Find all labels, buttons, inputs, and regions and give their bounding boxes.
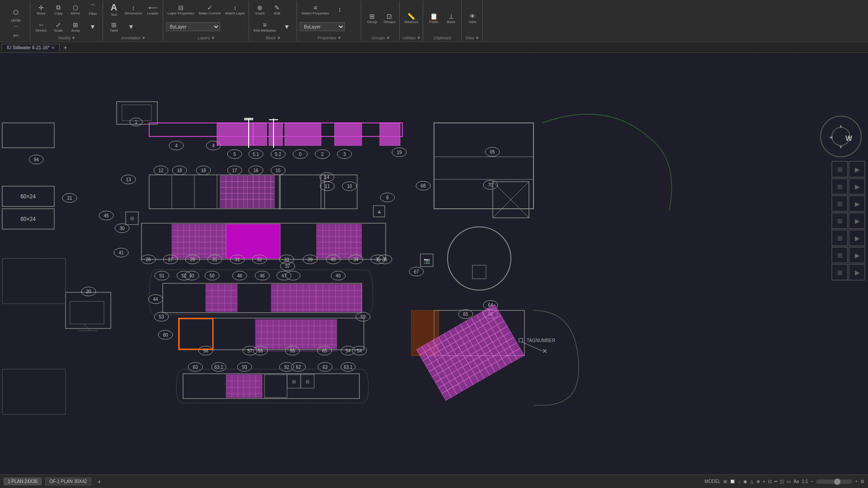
otrack-toggle[interactable]: ⊕ <box>756 479 760 484</box>
scale-button[interactable]: ⤢Scale <box>50 20 66 33</box>
osnap-toggle[interactable]: △ <box>750 479 754 484</box>
stretch-button[interactable]: ↔Stretch <box>33 20 49 33</box>
sel-toggle[interactable]: ▭ <box>787 479 791 484</box>
groups-row1: ⊞Group ⊡Groups <box>364 1 397 35</box>
svg-text:59: 59 <box>360 314 366 319</box>
svg-text:54: 54 <box>357 348 362 353</box>
color-select[interactable]: ByLayer <box>300 22 345 31</box>
table-button[interactable]: ⊞Table <box>106 20 122 33</box>
view-button[interactable]: 👁View <box>464 12 481 25</box>
anno-toggle[interactable]: Aa <box>793 479 799 484</box>
arc-button[interactable]: ⌒ Arc <box>8 24 24 38</box>
grid-toggle[interactable]: ⊞ <box>723 479 727 484</box>
svg-text:31: 31 <box>212 257 217 262</box>
dimension-button[interactable]: ↕Dimension <box>123 3 144 16</box>
svg-text:🖷: 🖷 <box>377 210 381 214</box>
svg-text:52: 52 <box>181 273 187 278</box>
svg-text:63: 63 <box>193 365 198 370</box>
svg-text:35: 35 <box>375 257 381 262</box>
svg-text:▶: ▶ <box>855 217 860 225</box>
svg-rect-6 <box>285 123 321 145</box>
base-button[interactable]: ⊥Base <box>443 12 459 25</box>
properties-button[interactable]: ≡Match Properties <box>300 3 330 16</box>
tpt-toggle[interactable]: ◫ <box>780 479 784 484</box>
svg-text:27: 27 <box>168 257 173 262</box>
status-tab-plan2[interactable]: OF-1 PLAN 30X42 <box>45 478 91 485</box>
svg-text:41: 41 <box>118 250 124 255</box>
move-button[interactable]: ✛Move <box>33 3 49 16</box>
file-tab-close[interactable]: ✕ <box>51 45 55 50</box>
svg-text:63: 63 <box>322 365 328 370</box>
leader-button[interactable]: ⟵Leader <box>145 3 161 16</box>
group-button[interactable]: ⊞Group <box>364 12 380 25</box>
svg-text:21: 21 <box>67 196 72 201</box>
block-more-button[interactable]: ▼ <box>278 22 295 31</box>
snap-toggle[interactable]: 🔲 <box>730 479 735 484</box>
polar-toggle[interactable]: ◉ <box>743 479 747 484</box>
fillet-button[interactable]: ⌒Fillet <box>85 3 101 17</box>
insert-button[interactable]: ⊕Insert <box>252 3 268 16</box>
match-props-button[interactable]: ↕ <box>332 5 348 14</box>
zoom-out[interactable]: − <box>811 479 813 484</box>
svg-text:55: 55 <box>290 348 295 353</box>
svg-rect-113 <box>339 224 362 258</box>
svg-text:0: 0 <box>299 152 302 157</box>
circle-button[interactable]: ○ circle <box>5 4 27 24</box>
tab-add-button[interactable]: + <box>61 43 70 52</box>
zoom-slider[interactable] <box>816 479 852 484</box>
svg-text:32: 32 <box>257 257 262 262</box>
svg-text:17: 17 <box>232 168 237 173</box>
edit-attributes-button[interactable]: ≡Edit Attributes <box>252 20 278 33</box>
svg-rect-180 <box>206 284 237 312</box>
drawing-canvas: [name] Office <box>0 42 868 474</box>
dyn-toggle[interactable]: ⊡ <box>768 479 772 484</box>
svg-text:43: 43 <box>189 273 194 278</box>
svg-text:10: 10 <box>347 184 352 189</box>
status-tab-plan1[interactable]: 1 PLAN 24X36 <box>4 478 42 485</box>
match-layer-button[interactable]: ↕Match Layer <box>223 3 247 16</box>
svg-text:18: 18 <box>201 168 206 173</box>
status-tab-add[interactable]: + <box>95 477 104 486</box>
properties-row2: ByLayer <box>300 18 359 35</box>
layer-properties-button[interactable]: ⊟Layer Properties <box>166 3 196 16</box>
groups-button[interactable]: ⊡Groups <box>381 12 397 25</box>
svg-text:▶: ▶ <box>855 235 860 242</box>
text-button[interactable]: AText <box>106 1 122 18</box>
layer-select[interactable]: ByLayer <box>166 22 220 31</box>
svg-text:11: 11 <box>325 184 330 189</box>
mirror-button[interactable]: ⬡Mirror <box>67 3 84 16</box>
svg-rect-7 <box>335 123 362 145</box>
circle-icon: ○ <box>13 5 19 18</box>
clipboard-section-label: Clipboard <box>426 35 459 41</box>
lw-toggle[interactable]: ━ <box>774 479 777 484</box>
array-button[interactable]: ⊞Array <box>67 20 84 33</box>
svg-rect-52 <box>220 176 247 208</box>
copy-button[interactable]: ⧉Copy <box>50 3 66 16</box>
layers-row2: ByLayer <box>166 18 247 35</box>
draw-group: ○ circle ⌒ Arc <box>2 1 30 41</box>
edit-button[interactable]: ✎Edit <box>269 3 285 16</box>
floor-plan-svg[interactable]: 5 5.1 5.2 0 2 3 19 4 4 05 12 18 <box>0 53 868 474</box>
file-tab-active[interactable]: IU Stillwater 6-21-16* ✕ <box>2 44 60 51</box>
zoom-in[interactable]: + <box>855 479 858 484</box>
svg-text:12: 12 <box>158 168 164 173</box>
svg-rect-111 <box>226 224 280 258</box>
make-current-button[interactable]: ✓Make Current <box>197 3 222 16</box>
svg-text:58: 58 <box>203 348 208 353</box>
ucs-toggle[interactable]: ⌖ <box>763 479 765 484</box>
svg-text:51: 51 <box>159 273 165 278</box>
paste-button[interactable]: 📋Paste <box>426 12 442 25</box>
measure-button[interactable]: 📏Measure <box>402 12 420 25</box>
svg-rect-190 <box>316 284 362 312</box>
modify-more-button[interactable]: ▼ <box>85 22 101 31</box>
settings-button[interactable]: ⚙ <box>860 479 864 484</box>
svg-text:▶: ▶ <box>855 252 860 259</box>
clipboard-section: 📋Paste ⊥Base Clipboard <box>424 1 462 41</box>
ortho-toggle[interactable]: ⟂ <box>738 479 741 484</box>
svg-text:63.1: 63.1 <box>214 365 223 370</box>
model-button[interactable]: MODEL <box>705 479 721 484</box>
annotation-more-button[interactable]: ▼ <box>123 22 139 31</box>
properties-section-label: Properties ▼ <box>300 35 359 41</box>
layers-section: ⊟Layer Properties ✓Make Current ↕Match L… <box>164 1 249 41</box>
svg-text:53: 53 <box>159 314 164 319</box>
